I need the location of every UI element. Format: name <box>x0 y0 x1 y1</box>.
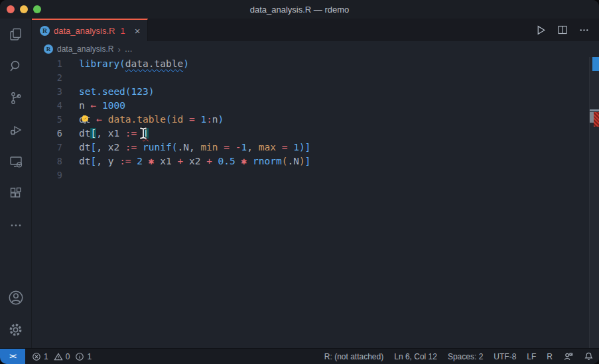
more-actions-icon[interactable] <box>578 25 590 36</box>
code-token: max <box>259 142 276 152</box>
code-token: data.table <box>125 58 183 69</box>
code-token: 1000 <box>102 100 125 111</box>
r-file-icon: R <box>44 44 53 54</box>
cursor-marker <box>590 109 599 111</box>
code-editor[interactable]: 1library(data.table)23set.seed(123)4n ← … <box>32 57 599 348</box>
run-and-debug-icon[interactable] <box>0 114 32 146</box>
line-number: 2 <box>32 71 62 85</box>
title-bar: data_analysis.R — rdemo <box>0 0 599 19</box>
code-token: )] <box>299 142 310 152</box>
code-token: ← <box>96 114 107 125</box>
code-line[interactable]: 8dt[, y := 2 ✱ x1 + x2 + 0.5 ✱ rnorm(.N)… <box>32 154 599 168</box>
error-count: 1 <box>44 352 48 361</box>
code-token: ) <box>299 156 305 166</box>
code-token: = <box>183 114 200 125</box>
code-lines: 1library(data.table)23set.seed(123)4n ← … <box>32 57 599 182</box>
code-line[interactable]: 7dt[, x2 := runif(.N, min = -1, max = 1)… <box>32 141 599 154</box>
code-line[interactable]: 2 <box>32 71 599 85</box>
code-token: + <box>200 156 218 166</box>
line-number: 8 <box>32 154 62 168</box>
code-token: , <box>247 142 258 152</box>
overview-ruler[interactable] <box>589 57 599 348</box>
vscode-window: data_analysis.R — rdemo <box>0 0 599 364</box>
code-token: 2 <box>137 156 143 166</box>
info-marker <box>592 57 599 71</box>
eol-setting[interactable]: LF <box>527 352 536 361</box>
error-marker <box>594 112 599 127</box>
code-line[interactable]: 3set.seed(123) <box>32 85 599 99</box>
minimize-window-button[interactable] <box>20 5 28 13</box>
code-token: - <box>235 142 241 152</box>
problems-button[interactable]: 1 0 1 <box>32 352 92 361</box>
code-token: := <box>119 142 143 152</box>
code-line[interactable]: 9 <box>32 168 599 182</box>
code-token: set.seed <box>79 86 125 97</box>
tab-label: data_analysis.R <box>54 26 115 36</box>
code-line[interactable]: 5dt ← data.table(id = 1:n) <box>32 113 599 127</box>
code-token: ← <box>90 100 101 111</box>
tab-data-analysis[interactable]: R data_analysis.R 1 × <box>32 19 148 41</box>
code-token: 1 <box>200 114 206 125</box>
account-icon[interactable] <box>0 282 32 314</box>
feedback-person-icon[interactable] <box>563 351 573 361</box>
encoding-setting[interactable]: UTF-8 <box>494 352 516 361</box>
code-token: [ <box>90 156 96 166</box>
code-token: = <box>218 142 235 152</box>
extensions-icon[interactable] <box>0 178 32 210</box>
notifications-bell-icon[interactable] <box>584 351 594 361</box>
breadcrumb[interactable]: R data_analysis.R › … <box>32 41 599 57</box>
tab-problem-badge: 1 <box>121 26 125 36</box>
indentation-setting[interactable]: Spaces: 2 <box>448 352 483 361</box>
search-icon[interactable] <box>0 50 32 82</box>
window-title: data_analysis.R — rdemo <box>0 5 599 15</box>
code-token: .N <box>177 142 188 152</box>
code-line[interactable]: 1library(data.table) <box>32 57 599 71</box>
code-token: , <box>96 128 107 139</box>
close-window-button[interactable] <box>7 5 15 13</box>
code-token: runif <box>143 142 172 152</box>
breadcrumb-symbol[interactable]: … <box>125 44 133 54</box>
settings-gear-icon[interactable] <box>0 314 32 345</box>
code-token: 1 <box>241 142 247 152</box>
chevron-right-icon: › <box>117 44 120 54</box>
code-token: id <box>172 114 183 125</box>
zoom-window-button[interactable] <box>33 5 41 13</box>
code-line[interactable]: 6dt[, x1 := ] <box>32 127 599 141</box>
r-file-icon: R <box>40 26 50 36</box>
code-token: [ <box>90 128 96 139</box>
code-token: ] <box>305 156 311 166</box>
breadcrumb-file[interactable]: data_analysis.R <box>57 44 113 54</box>
run-file-icon[interactable] <box>535 25 547 36</box>
code-line[interactable]: 4n ← 1000 <box>32 99 599 113</box>
r-session-status[interactable]: R: (not attached) <box>324 352 383 361</box>
lightbulb-icon[interactable] <box>80 114 90 127</box>
code-token: n <box>79 100 90 111</box>
code-token: ✱ <box>143 156 160 166</box>
code-token: library <box>79 58 119 69</box>
source-control-icon[interactable] <box>0 82 32 114</box>
code-token: min <box>200 142 218 152</box>
code-token: ✱ <box>235 156 253 166</box>
explorer-icon[interactable] <box>0 19 32 50</box>
remote-explorer-icon[interactable] <box>0 146 32 178</box>
line-number: 9 <box>32 168 62 182</box>
line-number: 4 <box>32 99 62 113</box>
code-token: , <box>96 142 107 152</box>
language-mode[interactable]: R <box>547 352 553 361</box>
mouse-ibeam-cursor <box>138 127 149 142</box>
info-icon <box>75 352 84 361</box>
activity-bar <box>0 19 32 348</box>
code-token: = <box>276 142 293 152</box>
tab-close-icon[interactable]: × <box>135 26 141 36</box>
code-token: ( <box>125 86 131 97</box>
more-views-icon[interactable] <box>0 210 32 241</box>
info-count: 1 <box>87 352 92 361</box>
code-token: ) <box>218 114 224 125</box>
error-icon <box>32 352 41 361</box>
code-token: ( <box>119 58 125 69</box>
code-token: data.table <box>108 114 166 125</box>
cursor-position[interactable]: Ln 6, Col 12 <box>394 352 437 361</box>
editor-actions <box>535 19 599 41</box>
remote-indicator-button[interactable]: >< <box>0 349 25 364</box>
split-editor-icon[interactable] <box>557 25 568 35</box>
